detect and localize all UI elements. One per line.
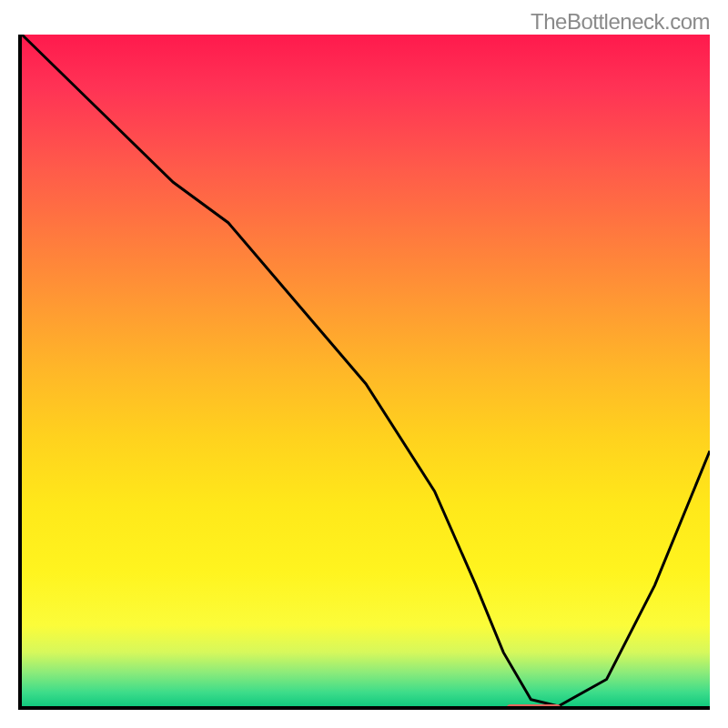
watermark-text: TheBottleneck.com (531, 9, 710, 35)
optimal-marker (506, 704, 561, 710)
bottleneck-curve (22, 35, 710, 706)
curve-path (22, 35, 710, 706)
chart-container: TheBottleneck.com (0, 0, 728, 728)
plot-area (18, 35, 710, 710)
